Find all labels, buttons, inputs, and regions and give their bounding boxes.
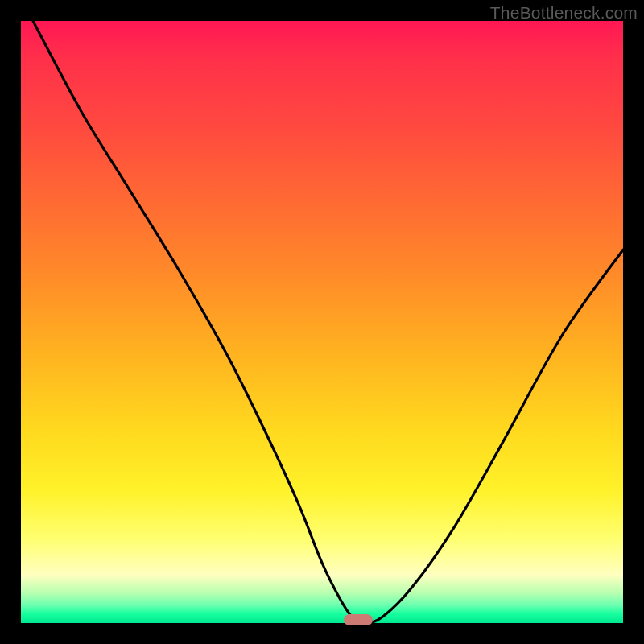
chart-frame: TheBottleneck.com: [0, 0, 644, 644]
optimal-marker: [344, 614, 373, 625]
bottleneck-curve: [21, 21, 623, 623]
plot-area: [21, 21, 623, 623]
watermark-text: TheBottleneck.com: [490, 3, 638, 23]
